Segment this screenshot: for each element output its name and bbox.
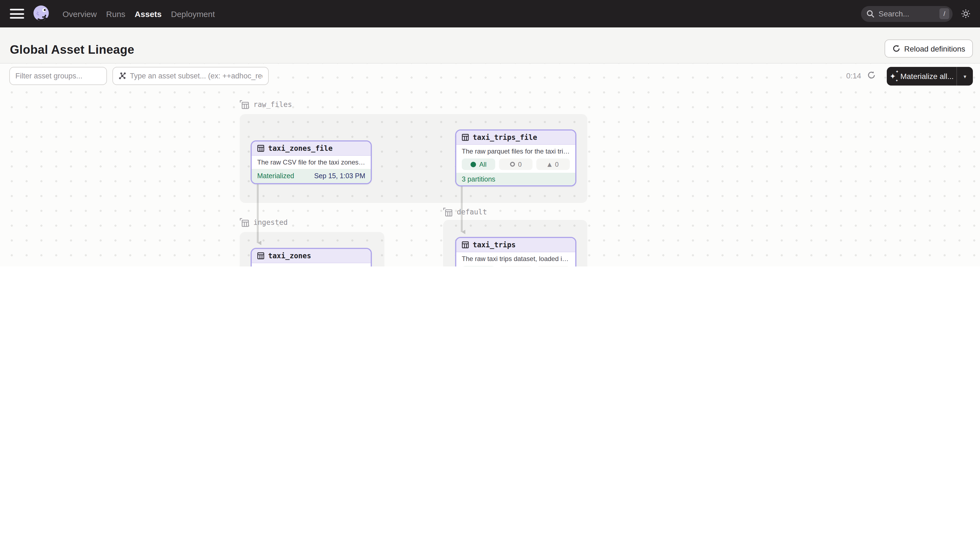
stacked-tables-icon: [443, 207, 452, 216]
nav-item-overview[interactable]: Overview: [62, 9, 97, 18]
materialize-dropdown-caret[interactable]: ▾: [956, 67, 973, 86]
materialize-all-button[interactable]: ✦✦✦ Materialize all... ▾: [887, 67, 973, 86]
dagster-logo-icon[interactable]: [32, 5, 51, 23]
asset-node-taxi-trips[interactable]: taxi_trips The raw taxi trips dataset, l…: [455, 237, 576, 266]
asset-title: taxi_zones: [268, 252, 311, 260]
nav-item-deployment[interactable]: Deployment: [171, 9, 215, 18]
missing-partitions-badge[interactable]: ▲0: [536, 159, 570, 170]
page-title: Global Asset Lineage: [10, 43, 134, 57]
refresh-graph-icon[interactable]: [867, 71, 876, 80]
asset-description: The raw CSV file for the taxi zones dat.…: [252, 156, 371, 169]
sparkle-icon: ✦✦✦: [889, 72, 896, 80]
partition-health-badges: All 0 ▲0: [456, 158, 575, 173]
ring-icon: [510, 162, 515, 167]
search-placeholder: Search...: [878, 10, 939, 18]
materialization-time: Sep 15, 1:03 PM: [314, 172, 365, 180]
group-label-ingested[interactable]: ingested: [240, 218, 288, 227]
stacked-tables-icon: [240, 218, 249, 227]
table-icon: [462, 134, 469, 141]
global-search-input[interactable]: Search... /: [861, 6, 953, 22]
hamburger-menu-icon[interactable]: [10, 9, 24, 19]
asset-node-taxi-zones[interactable]: taxi_zones The raw taxi zones dataset, l…: [251, 248, 372, 266]
asset-status-footer: Materialized Sep 15, 1:03 PM: [252, 169, 371, 183]
refresh-icon: [892, 45, 900, 53]
asset-node-taxi-trips-file[interactable]: taxi_trips_file The raw parquet files fo…: [455, 129, 576, 186]
status-badge: Materialized: [257, 172, 294, 180]
table-icon: [257, 145, 264, 152]
reload-definitions-button[interactable]: Reload definitions: [884, 40, 973, 57]
triangle-icon: ▲: [547, 161, 552, 167]
green-dot-icon: [471, 161, 476, 167]
materialized-partitions-badge[interactable]: All: [462, 266, 495, 266]
table-icon: [257, 252, 264, 259]
asset-title: taxi_trips_file: [473, 133, 537, 142]
asset-subset-input[interactable]: [113, 67, 269, 85]
group-label-default[interactable]: default: [443, 207, 487, 216]
asset-description: The raw parquet files for the taxi trips…: [456, 145, 575, 158]
materialized-partitions-badge[interactable]: All: [462, 159, 495, 170]
asset-description: The raw taxi trips dataset, loaded into …: [456, 252, 575, 266]
filter-asset-groups-input[interactable]: [10, 67, 107, 85]
nav-item-runs[interactable]: Runs: [106, 9, 125, 18]
dagster-global-asset-lineage: Overview Runs Assets Deployment Search..…: [0, 0, 980, 266]
lineage-canvas[interactable]: 0:14 ✦✦✦ Materialize all... ▾: [0, 64, 980, 266]
page-header: Global Asset Lineage Reload definitions: [0, 27, 980, 64]
partitions-footer: 3 partitions: [456, 173, 575, 185]
lineage-graph-icon: [118, 72, 126, 80]
asset-description: The raw taxi zones dataset, loaded int..…: [252, 263, 371, 266]
partition-health-badges: All 0 ▲0: [456, 266, 575, 266]
missing-partitions-badge[interactable]: ▲0: [536, 266, 570, 266]
table-icon: [462, 241, 469, 248]
group-label-raw-files[interactable]: raw_files: [240, 100, 292, 109]
search-shortcut-key: /: [939, 8, 949, 19]
nav-item-assets[interactable]: Assets: [135, 9, 162, 18]
asset-title: taxi_zones_file: [268, 144, 332, 153]
asset-title: taxi_trips: [473, 241, 516, 249]
filter-asset-groups-field[interactable]: [15, 72, 101, 80]
nav-links: Overview Runs Assets Deployment: [62, 9, 215, 18]
search-icon: [867, 10, 874, 18]
top-navbar: Overview Runs Assets Deployment Search..…: [0, 0, 980, 27]
failed-partitions-badge[interactable]: 0: [499, 266, 533, 266]
asset-subset-field[interactable]: [130, 72, 262, 80]
settings-gear-icon[interactable]: [960, 8, 971, 19]
stacked-tables-icon: [240, 100, 249, 109]
refresh-timer: 0:14: [846, 71, 861, 80]
failed-partitions-badge[interactable]: 0: [499, 159, 533, 170]
asset-node-taxi-zones-file[interactable]: taxi_zones_file The raw CSV file for the…: [251, 140, 372, 184]
